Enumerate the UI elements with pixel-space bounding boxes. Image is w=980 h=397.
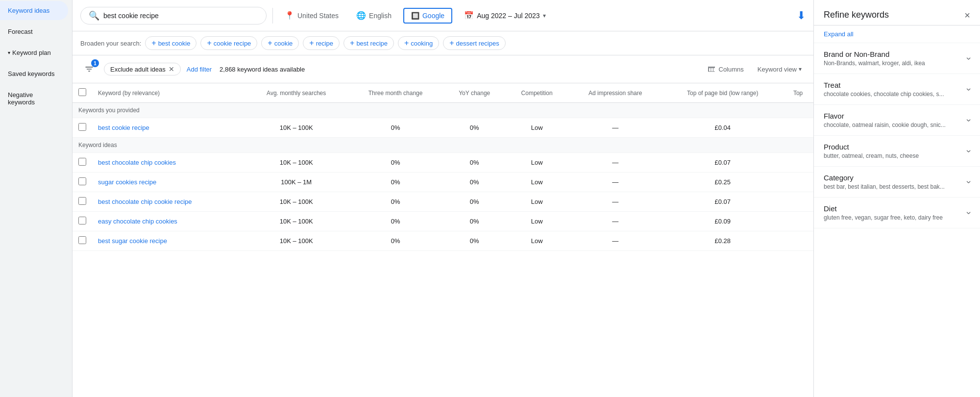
sidebar-item-saved-keywords[interactable]: Saved keywords [0, 64, 68, 83]
cell-ad-impression: — [568, 212, 662, 231]
download-icon[interactable]: ⬇ [797, 9, 806, 22]
chip-label: dessert recipes [456, 40, 499, 47]
chevron-down-icon: ▾ [799, 66, 802, 73]
sidebar-item-keyword-ideas[interactable]: Keyword ideas [0, 1, 68, 20]
keyword-cell[interactable]: best sugar cookie recipe [98, 237, 167, 245]
row-checkbox[interactable] [78, 158, 86, 166]
sidebar-item-label: Keyword plan [12, 49, 51, 56]
cell-three-month: 0% [348, 231, 443, 251]
refine-section-subtitle: best bar, best italian, best desserts, b… [824, 183, 945, 190]
exclude-adult-chip[interactable]: Exclude adult ideas ✕ [104, 63, 181, 75]
refine-section-brand-non-brand[interactable]: Brand or Non-Brand Non-Brands, walmart, … [814, 43, 980, 74]
broaden-chip-cookie[interactable]: + cookie [261, 36, 299, 50]
filter-icon-button[interactable]: 1 [80, 60, 98, 78]
broaden-chip-best-cookie[interactable]: + best cookie [145, 36, 196, 50]
row-checkbox[interactable] [78, 217, 86, 224]
location-filter[interactable]: 📍 United States [279, 8, 344, 23]
table-section-header: Keywords you provided [73, 103, 813, 118]
chevron-down-icon: › [964, 211, 974, 214]
row-checkbox[interactable] [78, 177, 86, 185]
columns-button[interactable]: Columns [703, 63, 748, 75]
exclude-chip-label: Exclude adult ideas [110, 66, 166, 73]
cell-avg-monthly: 100K – 1M [245, 173, 348, 192]
refine-close-button[interactable]: × [964, 10, 970, 20]
date-range-filter[interactable]: 📅 Aug 2022 – Jul 2023 ▾ [458, 8, 551, 23]
select-all-checkbox[interactable] [78, 88, 86, 96]
cell-ad-impression: — [568, 173, 662, 192]
broaden-chip-best-recipe[interactable]: + best recipe [343, 36, 394, 50]
search-box[interactable]: 🔍 [80, 7, 267, 25]
cell-top-bid_low: £0.28 [662, 231, 783, 251]
refine-section-header: Category best bar, best italian, best de… [824, 174, 970, 190]
cell-top-bid-high [783, 118, 813, 138]
cell-top-bid_low: £0.25 [662, 173, 783, 192]
refine-section-treat[interactable]: Treat chocolate cookies, chocolate chip … [814, 74, 980, 105]
refine-section-flavor[interactable]: Flavor chocolate, oatmeal raisin, cookie… [814, 105, 980, 136]
refine-section-category[interactable]: Category best bar, best italian, best de… [814, 167, 980, 198]
close-icon[interactable]: ✕ [169, 65, 174, 73]
select-all-header[interactable] [73, 83, 92, 103]
cell-top-bid-high [783, 212, 813, 231]
chevron-down-icon: ▾ [543, 12, 546, 19]
sidebar-item-negative-keywords[interactable]: Negative keywords [0, 85, 68, 112]
refine-section-product[interactable]: Product butter, oatmeal, cream, nuts, ch… [814, 136, 980, 167]
keyword-view-button[interactable]: Keyword view ▾ [754, 64, 806, 75]
table-row: sugar cookies recipe100K – 1M0%0%Low—£0.… [73, 173, 813, 192]
chip-label: recipe [316, 40, 333, 47]
language-icon: 🌐 [356, 11, 366, 20]
cell-competition: Low [506, 192, 568, 212]
row-checkbox[interactable] [78, 123, 86, 131]
add-filter-button[interactable]: Add filter [187, 66, 212, 73]
row-checkbox[interactable] [78, 236, 86, 244]
refine-section-title: Treat [824, 81, 944, 89]
topbar-actions: ⬇ [797, 9, 806, 22]
broaden-chip-cookie-recipe[interactable]: + cookie recipe [200, 36, 257, 50]
cell-competition: Low [506, 153, 568, 173]
filter-bar: 1 Exclude adult ideas ✕ Add filter 2,868… [73, 55, 813, 83]
cell-avg-monthly: 10K – 100K [245, 118, 348, 138]
cell-three-month: 0% [348, 173, 443, 192]
broaden-chip-cooking[interactable]: + cooking [398, 36, 439, 50]
cell-ad-impression: — [568, 231, 662, 251]
search-engine-button[interactable]: 🔲 Google [403, 8, 452, 24]
plus-icon: + [404, 39, 409, 48]
cell-ad-impression: — [568, 192, 662, 212]
plus-icon: + [449, 39, 454, 48]
cell-competition: Low [506, 118, 568, 138]
table-row: best chocolate chip cookies10K – 100K0%0… [73, 153, 813, 173]
refine-section-title: Diet [824, 204, 943, 213]
col-header-yoy: YoY change [443, 83, 506, 103]
cell-three-month: 0% [348, 153, 443, 173]
col-header-ad-impression: Ad impression share [568, 83, 662, 103]
refine-section-title: Product [824, 143, 919, 151]
keywords-table-container: Keyword (by relevance) Avg. monthly sear… [73, 83, 813, 397]
plus-icon: + [151, 39, 156, 48]
cell-avg-monthly: 10K – 100K [245, 231, 348, 251]
divider [272, 8, 273, 24]
refine-section-subtitle: butter, oatmeal, cream, nuts, cheese [824, 152, 919, 159]
refine-section-diet[interactable]: Diet gluten free, vegan, sugar free, ket… [814, 198, 980, 228]
search-input[interactable] [103, 12, 258, 20]
columns-label: Columns [719, 66, 744, 73]
table-row: best chocolate chip cookie recipe10K – 1… [73, 192, 813, 212]
sidebar-item-label: Saved keywords [8, 70, 54, 77]
language-filter[interactable]: 🌐 English [350, 8, 397, 23]
keyword-cell[interactable]: best chocolate chip cookies [98, 159, 176, 166]
row-checkbox[interactable] [78, 197, 86, 205]
cell-yoy: 0% [443, 212, 506, 231]
language-label: English [369, 12, 392, 20]
keyword-cell[interactable]: sugar cookies recipe [98, 178, 156, 186]
chip-label: cookie recipe [214, 40, 251, 47]
sidebar-item-keyword-plan[interactable]: ▾ Keyword plan [0, 43, 68, 62]
keyword-view-label: Keyword view [758, 66, 797, 73]
broaden-chip-recipe[interactable]: + recipe [303, 36, 340, 50]
cell-three-month: 0% [348, 118, 443, 138]
expand-all-button[interactable]: Expand all [814, 25, 980, 43]
location-label: United States [297, 12, 339, 20]
keyword-cell[interactable]: easy chocolate chip cookies [98, 218, 177, 225]
keyword-cell[interactable]: best cookie recipe [98, 124, 149, 131]
keyword-cell[interactable]: best chocolate chip cookie recipe [98, 198, 192, 205]
chip-label: best recipe [356, 40, 388, 47]
sidebar-item-forecast[interactable]: Forecast [0, 22, 68, 41]
broaden-chip-dessert-recipes[interactable]: + dessert recipes [443, 36, 506, 50]
